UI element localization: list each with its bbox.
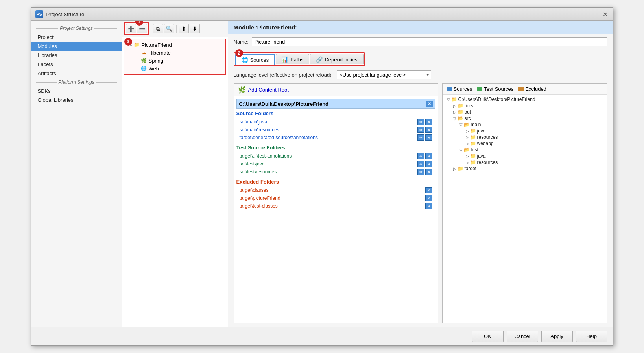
file-tree-root[interactable]: ▽ 📁 C:\Users\Dulk\Desktop\PictureFriend bbox=[445, 96, 605, 103]
sidebar-item-project[interactable]: Project bbox=[31, 33, 122, 42]
sources-tab-label: Sources bbox=[250, 57, 269, 63]
test-folder-row-1: src\test\java ✏ ✕ bbox=[236, 160, 435, 168]
tree-spring-node[interactable]: 🌿 Spring bbox=[134, 57, 224, 64]
file-tree-panel: Sources Test Sources Excluded bbox=[442, 83, 607, 323]
lang-level-select[interactable]: <Use project language level> bbox=[337, 70, 431, 79]
sidebar-item-global-libraries[interactable]: Global Libraries bbox=[31, 96, 122, 105]
excl-del-btn-2[interactable]: ✕ bbox=[425, 203, 432, 209]
tree-hibernate-node[interactable]: ☁ Hibernate bbox=[134, 49, 224, 57]
tree-leaf-indent2 bbox=[135, 58, 141, 63]
file-src-node[interactable]: ▽ 📂 src bbox=[451, 115, 605, 121]
find-module-button[interactable]: 🔍 bbox=[164, 24, 174, 33]
sidebar-item-libraries[interactable]: Libraries bbox=[31, 51, 122, 60]
file-main-java-node[interactable]: ▷ 📁 java bbox=[464, 128, 605, 134]
idea-expand: ▷ bbox=[452, 104, 458, 108]
legend-sources-label: Sources bbox=[454, 86, 472, 92]
content-split: 🌿 Add Content Root C:\Users\Dulk\Desktop… bbox=[234, 83, 607, 323]
tree-web-label: Web bbox=[149, 66, 159, 72]
tree-leaf-indent3 bbox=[135, 66, 141, 71]
test-folder-btns-0: ✏ ✕ bbox=[417, 153, 432, 159]
module-tree-area: 3 ▽ 📁 PictureFriend ☁ Hibernate bbox=[122, 37, 228, 327]
paths-tab-icon: 📊 bbox=[282, 56, 288, 63]
sources-legend-icon bbox=[447, 87, 452, 91]
lang-level-row: Language level (effective on project rel… bbox=[234, 70, 607, 79]
src-expand: ▽ bbox=[452, 116, 458, 121]
source-edit-btn-2[interactable]: ✏ bbox=[417, 134, 424, 141]
sep1 bbox=[151, 25, 151, 33]
lang-level-select-wrapper: <Use project language level> ▼ bbox=[337, 70, 431, 79]
legend-test-sources: Test Sources bbox=[477, 86, 513, 92]
source-del-btn-0[interactable]: ✕ bbox=[425, 119, 432, 125]
sources-tab-icon: 🌐 bbox=[242, 57, 248, 63]
file-webapp-node[interactable]: ▷ 📁 webapp bbox=[464, 140, 605, 147]
move-down-button[interactable]: ⬇ bbox=[190, 24, 200, 33]
test-folder-row-2: src\test\resources ✏ ✕ bbox=[236, 168, 435, 176]
test-edit-btn-2[interactable]: ✏ bbox=[417, 169, 424, 175]
tree-web-node[interactable]: 🌐 Web bbox=[134, 64, 224, 72]
module-header: Module 'PictureFriend' bbox=[228, 21, 613, 34]
close-button[interactable]: ✕ bbox=[602, 11, 609, 18]
file-idea-node[interactable]: ▷ 📁 .idea bbox=[451, 103, 605, 109]
tab-dependencies[interactable]: 🔗 Dependencies bbox=[310, 54, 363, 64]
copy-module-button[interactable]: ⧉ bbox=[153, 24, 163, 33]
test-edit-btn-0[interactable]: ✏ bbox=[417, 153, 424, 159]
test-del-btn-0[interactable]: ✕ bbox=[425, 153, 432, 159]
file-test-resources-node[interactable]: ▷ 📁 resources bbox=[464, 159, 605, 165]
apply-button[interactable]: Apply bbox=[541, 331, 573, 342]
cancel-button[interactable]: Cancel bbox=[507, 331, 538, 342]
test-edit-btn-1[interactable]: ✏ bbox=[417, 161, 424, 167]
tree-root-node[interactable]: ▽ 📁 PictureFriend bbox=[126, 41, 224, 49]
tree-root-label: PictureFriend bbox=[142, 42, 172, 48]
excl-folder-btns-1: ✕ bbox=[425, 195, 432, 201]
main-children: ▷ 📁 java ▷ 📁 resources bbox=[458, 128, 605, 147]
source-edit-btn-1[interactable]: ✏ bbox=[417, 127, 424, 133]
module-name-input[interactable] bbox=[252, 37, 607, 46]
sidebar-item-sdks[interactable]: SDKs bbox=[31, 86, 122, 96]
excluded-folder-row-1: target\pictureFriend ✕ bbox=[236, 194, 435, 202]
file-test-java-node[interactable]: ▷ 📁 java bbox=[464, 153, 605, 159]
sidebar-item-artifacts[interactable]: Artifacts bbox=[31, 69, 122, 78]
add-root-icon: 🌿 bbox=[238, 86, 246, 94]
test-del-btn-2[interactable]: ✕ bbox=[425, 169, 432, 175]
help-button[interactable]: Help bbox=[576, 331, 607, 342]
target-label: target bbox=[465, 166, 477, 171]
excl-del-btn-1[interactable]: ✕ bbox=[425, 195, 432, 201]
file-main-node[interactable]: ▽ 📂 main bbox=[458, 121, 605, 128]
move-up-button[interactable]: ⬆ bbox=[179, 24, 189, 33]
platform-settings-section: Platform Settings bbox=[31, 78, 122, 86]
module-folder-icon: 📁 bbox=[134, 42, 140, 48]
add-content-root-link[interactable]: Add Content Root bbox=[248, 87, 289, 93]
test-label: test bbox=[471, 147, 478, 153]
tree-hibernate-label: Hibernate bbox=[149, 50, 171, 56]
out-expand: ▷ bbox=[452, 110, 458, 114]
source-edit-btn-0[interactable]: ✏ bbox=[417, 119, 424, 125]
source-del-btn-1[interactable]: ✕ bbox=[425, 127, 432, 133]
add-module-button[interactable]: ➕ bbox=[126, 24, 136, 33]
sidebar-item-modules[interactable]: Modules bbox=[31, 42, 122, 51]
badge-three: 3 bbox=[124, 38, 132, 46]
out-folder-icon: 📁 bbox=[458, 109, 463, 115]
sidebar-item-facets[interactable]: Facets bbox=[31, 60, 122, 69]
excluded-path-2: target\test-classes bbox=[240, 203, 278, 209]
file-test-node[interactable]: ▽ 📂 test bbox=[458, 147, 605, 153]
file-out-node[interactable]: ▷ 📁 out bbox=[451, 109, 605, 115]
source-del-btn-2[interactable]: ✕ bbox=[425, 134, 432, 141]
root-expand-icon: ▽ bbox=[446, 97, 451, 102]
tab-sources-content: Language level (effective on project rel… bbox=[228, 66, 613, 327]
main-java-expand: ▷ bbox=[465, 129, 470, 133]
tab-paths[interactable]: 📊 Paths bbox=[276, 54, 309, 64]
excl-del-btn-0[interactable]: ✕ bbox=[425, 187, 432, 193]
bottom-bar: OK Cancel Apply Help bbox=[31, 327, 613, 345]
test-folder-row-0: target\...\test-annotations ✏ ✕ bbox=[236, 152, 435, 160]
ok-button[interactable]: OK bbox=[472, 331, 504, 342]
root-folder-icon: 📁 bbox=[451, 97, 457, 102]
file-tree-header: Sources Test Sources Excluded bbox=[443, 84, 607, 95]
file-main-resources-node[interactable]: ▷ 📁 resources bbox=[464, 134, 605, 140]
source-folders-section: Source Folders src\main\java ✏ ✕ sr bbox=[236, 110, 435, 142]
test-folder-btns-2: ✏ ✕ bbox=[417, 169, 432, 175]
file-target-node[interactable]: ▷ 📁 target bbox=[451, 165, 605, 172]
test-del-btn-1[interactable]: ✕ bbox=[425, 161, 432, 167]
content-root-close-btn[interactable]: ✕ bbox=[426, 101, 433, 107]
target-expand: ▷ bbox=[452, 167, 458, 171]
excluded-path-1: target\pictureFriend bbox=[240, 195, 280, 201]
